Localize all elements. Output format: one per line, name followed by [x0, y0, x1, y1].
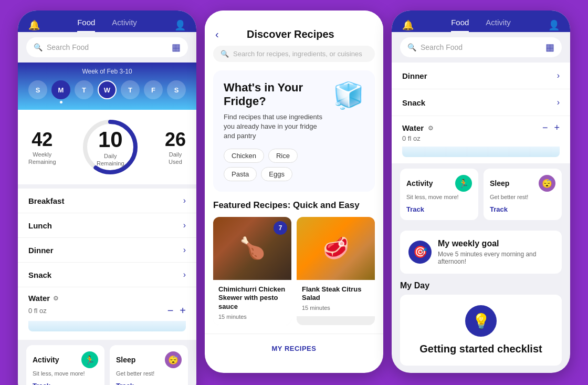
chip-pasta[interactable]: Pasta	[224, 167, 257, 181]
recipe-card-1[interactable]: 🍗 7 Chimichurri Chicken Skewer with pest…	[213, 217, 291, 326]
back-button[interactable]: ‹	[215, 28, 219, 40]
day-thu[interactable]: T	[121, 80, 140, 99]
chevron-breakfast: ›	[183, 196, 186, 205]
screen3-gear-icon[interactable]: ⚙	[428, 124, 434, 132]
screen2-top: ‹ Discover Recipes 🔍 Search for recipes,…	[205, 11, 383, 62]
screen3-tab-activity[interactable]: Activity	[486, 18, 511, 32]
chip-chicken[interactable]: Chicken	[224, 149, 264, 163]
screen3-snack[interactable]: Snack ›	[392, 89, 570, 116]
screen3-water-plus[interactable]: +	[554, 122, 560, 133]
water-buttons: − +	[167, 305, 186, 317]
screen3-dinner[interactable]: Dinner ›	[392, 63, 570, 89]
chevron-dinner: ›	[183, 245, 186, 255]
screen3-user-icon: 👤	[548, 19, 560, 31]
screen3-header-icons: 🔔 Food Activity 👤	[402, 18, 560, 32]
screen1-water-section: Water ⚙ 0 fl oz − +	[18, 287, 196, 340]
screen3-phone: 🔔 Food Activity 👤 🔍 Search Food ▦ Dinner…	[392, 11, 570, 373]
gear-icon[interactable]: ⚙	[53, 295, 59, 302]
day-fri[interactable]: F	[144, 80, 163, 99]
screen3-sleep-title: Sleep	[490, 179, 509, 188]
day-tue[interactable]: T	[75, 80, 93, 99]
activity-card-desc: Sit less, move more!	[33, 370, 98, 377]
screen3-water-minus[interactable]: −	[542, 122, 548, 133]
sleep-track-link[interactable]: Track	[116, 382, 134, 385]
day-sat[interactable]: S	[167, 80, 186, 99]
discover-title: Discover Recipes	[224, 28, 357, 40]
screen3-activity-track[interactable]: Track	[406, 205, 424, 213]
my-recipes-bar[interactable]: MY RECIPES	[205, 334, 383, 363]
screen3-search-icon: 🔍	[407, 43, 416, 51]
weekly-remaining-number: 42	[28, 129, 56, 151]
screen3-barcode-icon[interactable]: ▦	[545, 41, 554, 53]
recipe-name-1: Chimichurri Chicken Skewer with pesto sa…	[218, 285, 286, 312]
meal-lunch-label: Lunch	[28, 221, 52, 230]
meal-lunch[interactable]: Lunch ›	[18, 213, 196, 238]
meal-snack[interactable]: Snack ›	[18, 263, 196, 287]
water-minus-btn[interactable]: −	[167, 305, 174, 317]
chip-rice[interactable]: Rice	[268, 149, 298, 163]
ring-container: 10 DailyRemaining	[81, 118, 139, 176]
sleep-card-header: Sleep 😴	[116, 351, 182, 368]
water-title: Water	[28, 294, 50, 303]
screen1-phone: 🔔 Food Activity 👤 🔍 Search Food ▦ Week o…	[18, 11, 196, 385]
screen3-water-amount: 0 fl oz	[402, 134, 560, 142]
daily-remaining-number: 10	[97, 127, 124, 152]
screen1-tab-food[interactable]: Food	[77, 18, 95, 32]
recipe-info-1: Chimichurri Chicken Skewer with pesto sa…	[213, 280, 291, 326]
daily-used-label: DailyUsed	[165, 151, 186, 166]
water-controls: 0 fl oz − +	[28, 305, 186, 317]
meal-dinner[interactable]: Dinner ›	[18, 238, 196, 263]
fridge-card[interactable]: What's in Your Fridge? Find recipes that…	[213, 70, 375, 192]
day-mon[interactable]: M	[51, 80, 70, 99]
daily-remaining-label: DailyRemaining	[97, 152, 124, 168]
fridge-desc: Find recipes that use ingredients you al…	[224, 112, 329, 141]
daily-used-stat: 26 DailyUsed	[165, 129, 186, 166]
water-plus-btn[interactable]: +	[180, 305, 186, 317]
fridge-title: What's in Your Fridge?	[224, 81, 333, 108]
recipe-badge-1: 7	[274, 221, 287, 235]
activity-card-header: Activity 🏃	[33, 351, 98, 368]
screen1-tab-activity[interactable]: Activity	[112, 18, 137, 32]
screen1-nav-tabs: Food Activity	[77, 18, 137, 32]
screen3-menu-list: Dinner › Snack ›	[392, 63, 570, 116]
screen3-sleep-header: Sleep 😴	[490, 175, 555, 192]
screen1-header-icons: 🔔 Food Activity 👤	[28, 18, 186, 32]
screen3-chevron-dinner: ›	[557, 71, 560, 80]
meal-breakfast-label: Breakfast	[28, 196, 64, 205]
screen3-search-bar[interactable]: 🔍 Search Food ▦	[400, 37, 562, 57]
recipe-card-2[interactable]: 🥩 Flank Steak Citrus Salad 15 minutes	[297, 217, 375, 326]
barcode-icon[interactable]: ▦	[172, 41, 181, 53]
search-placeholder: Search Food	[47, 43, 89, 51]
daily-used-number: 26	[165, 129, 186, 151]
screen3-dinner-label: Dinner	[402, 71, 427, 80]
screen1-search-bar[interactable]: 🔍 Search Food ▦	[26, 37, 188, 57]
sleep-card: Sleep 😴 Get better rest! Track	[110, 345, 188, 385]
activity-track-link[interactable]: Track	[33, 382, 50, 385]
checklist-card: 💡 Getting started checklist	[400, 295, 562, 366]
screen3-activity-icon: 🏃	[455, 175, 472, 192]
screen3-sleep-desc: Get better rest!	[490, 194, 555, 200]
goal-title: My weekly goal	[438, 239, 553, 248]
screen3-wave-bg	[402, 147, 560, 157]
weekly-remaining-stat: 42 WeeklyRemaining	[28, 129, 56, 166]
screen3-cards-row: Activity 🏃 Sit less, move more! Track Sl…	[392, 163, 570, 225]
recipe-time-2: 15 minutes	[302, 305, 370, 311]
chip-eggs[interactable]: Eggs	[261, 167, 292, 181]
day-sun[interactable]: S	[28, 80, 47, 99]
water-amount: 0 fl oz	[28, 307, 47, 315]
weekly-goal-card: 🎯 My weekly goal Move 5 minutes every mo…	[400, 231, 562, 274]
meal-breakfast[interactable]: Breakfast ›	[18, 189, 196, 213]
screen3-water-left: Water ⚙	[402, 123, 434, 132]
discover-search[interactable]: 🔍 Search for recipes, ingredients, or cu…	[213, 46, 375, 62]
screen3-sleep-track[interactable]: Track	[490, 205, 508, 213]
sleep-card-icon: 😴	[165, 351, 182, 368]
day-wed[interactable]: W	[98, 80, 117, 99]
meal-dinner-label: Dinner	[28, 246, 54, 255]
my-day-title: My Day	[392, 279, 570, 295]
meal-snack-label: Snack	[28, 270, 51, 279]
screen3-water-row: Water ⚙ − + 0 fl oz	[392, 116, 570, 163]
days-row: S M T W T F S	[26, 80, 188, 99]
weekly-remaining-label: WeeklyRemaining	[28, 151, 56, 166]
screen3-tab-food[interactable]: Food	[451, 18, 469, 32]
water-header: Water ⚙	[28, 294, 186, 303]
